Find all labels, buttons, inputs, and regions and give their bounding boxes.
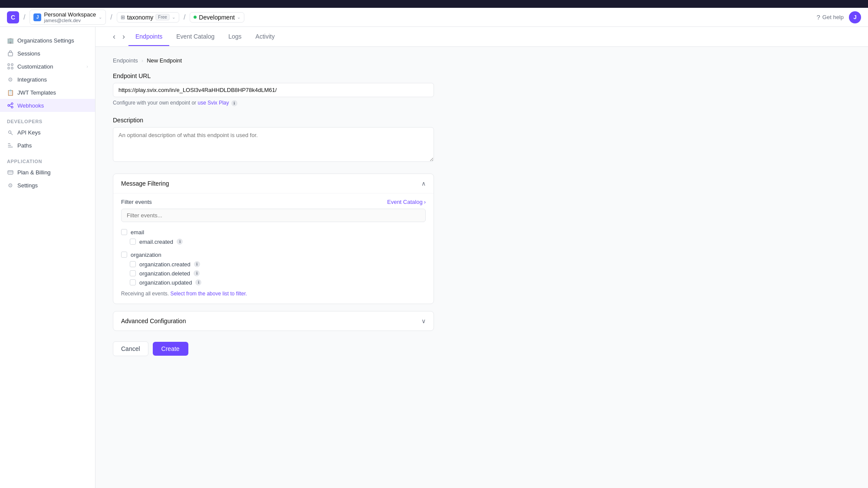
org-created-label: organization.created [139,261,191,268]
svix-play-info-icon[interactable]: ℹ [231,100,237,106]
sep1: / [23,13,25,21]
svg-point-5 [8,105,10,106]
user-avatar[interactable]: J [849,11,861,23]
sidebar-item-integrations[interactable]: ⚙ Integrations [0,73,95,86]
sidebar-label-org-settings: Organizations Settings [17,37,74,44]
top-bar-right: ? Get help J [817,11,861,23]
org-created-info-icon[interactable]: ℹ [194,261,200,267]
workspace-name: Personal Workspace [44,11,96,18]
top-bar-left: C / J Personal Workspace james@clerk.dev… [7,10,244,25]
svg-rect-2 [11,64,13,66]
org-updated-info-icon[interactable]: ℹ [195,279,201,285]
receiving-text: Receiving all events. Select from the ab… [121,291,426,297]
cancel-button[interactable]: Cancel [113,341,148,356]
sidebar-item-settings[interactable]: ⚙ Settings [0,179,95,192]
email-created-checkbox[interactable] [130,239,136,245]
filter-cta-text: Select from the above list to filter. [170,291,247,297]
tab-forward-button[interactable]: › [119,27,128,46]
breadcrumb: Endpoints › New Endpoint [113,57,434,64]
workspace-pill[interactable]: J Personal Workspace james@clerk.dev ⌄ [30,10,106,25]
sidebar-item-org-settings[interactable]: 🏢 Organizations Settings [0,34,95,47]
org-group-checkbox[interactable] [121,252,127,258]
sidebar-item-webhooks[interactable]: Webhooks [0,99,95,112]
sidebar-item-api-keys[interactable]: API Keys [0,126,95,139]
env-chevron-icon: ⌄ [237,15,240,20]
jwt-icon: 📋 [7,89,14,96]
tab-logs[interactable]: Logs [221,28,248,46]
event-group-email: email email.created ℹ [121,227,426,246]
breadcrumb-parent[interactable]: Endpoints [113,57,138,64]
tab-endpoints[interactable]: Endpoints [128,28,169,46]
sidebar-label-jwt: JWT Templates [17,89,56,96]
sidebar-item-paths[interactable]: Paths [0,139,95,152]
api-keys-icon [7,129,14,136]
email-group-checkbox[interactable] [121,229,127,235]
event-catalog-arrow-icon: › [424,199,426,205]
advanced-expand-icon: ∨ [421,318,426,324]
email-group-label: email [131,229,144,236]
action-buttons: Cancel Create [113,341,434,356]
org-updated-label: organization.updated [139,279,192,286]
taxonomy-name: taxonomy [127,14,154,21]
event-catalog-link[interactable]: Event Catalog › [387,199,426,205]
workspace-chevron-icon: ⌄ [99,15,102,20]
sidebar-item-customization[interactable]: Customization › [0,60,95,73]
svg-rect-12 [8,171,13,174]
sep2: / [110,13,112,21]
sidebar-item-jwt-templates[interactable]: 📋 JWT Templates [0,86,95,99]
tab-event-catalog[interactable]: Event Catalog [169,28,221,46]
helper-text: Configure with your own endpoint or use … [113,100,434,106]
advanced-configuration-title: Advanced Configuration [121,318,186,324]
svg-point-6 [11,103,13,105]
endpoint-url-section: Endpoint URL Configure with your own end… [113,72,434,106]
filter-events-header: Filter events Event Catalog › [121,193,426,209]
message-filtering-header[interactable]: Message Filtering ∧ [113,174,434,193]
event-item-org-updated: organization.updated ℹ [121,278,426,287]
tab-activity[interactable]: Activity [249,28,282,46]
sidebar-label-paths: Paths [17,142,32,149]
advanced-configuration-header[interactable]: Advanced Configuration ∨ [113,311,434,331]
free-badge: Free [155,14,170,20]
env-pill[interactable]: Development ⌄ [190,12,244,23]
org-settings-icon: 🏢 [7,37,14,44]
org-updated-checkbox[interactable] [130,279,136,285]
tab-back-button[interactable]: ‹ [109,27,119,46]
description-section: Description [113,117,434,163]
env-name: Development [199,14,235,21]
filter-events-input[interactable] [121,209,426,222]
env-dot [194,16,197,19]
top-bar: C / J Personal Workspace james@clerk.dev… [0,8,868,27]
clerk-logo: C [7,11,19,23]
help-circle-icon: ? [817,13,820,21]
org-deleted-info-icon[interactable]: ℹ [194,270,200,276]
event-group-email-row: email [121,227,426,237]
description-textarea[interactable] [113,127,434,162]
org-deleted-checkbox[interactable] [130,270,136,276]
create-button[interactable]: Create [153,342,188,356]
filter-cta-link[interactable]: Select from the above list to filter. [170,291,247,297]
svix-play-link[interactable]: use Svix Play [197,100,229,106]
tabs-bar: ‹ › Endpoints Event Catalog Logs Activit… [95,27,868,47]
event-item-org-created: organization.created ℹ [121,260,426,269]
billing-icon [7,169,14,176]
sidebar-item-sessions[interactable]: Sessions [0,47,95,60]
event-group-organization: organization organization.created ℹ orga… [121,250,426,287]
integrations-icon: ⚙ [7,76,14,83]
taxonomy-icon: ⊞ [121,14,125,20]
event-group-org-row: organization [121,250,426,260]
taxonomy-pill[interactable]: ⊞ taxonomy Free ⌄ [117,12,179,23]
sidebar-item-plan-billing[interactable]: Plan & Billing [0,166,95,179]
sidebar-label-sessions: Sessions [17,50,40,57]
endpoint-url-input[interactable] [113,83,434,97]
help-button[interactable]: ? Get help [817,13,844,21]
workspace-info: Personal Workspace james@clerk.dev [44,11,96,23]
endpoint-url-label: Endpoint URL [113,72,434,79]
workspace-icon: J [33,13,41,21]
message-filtering-body: Filter events Event Catalog › email [113,193,434,304]
sidebar-section-main: 🏢 Organizations Settings Sessions Custom… [0,34,95,112]
event-item-org-deleted: organization.deleted ℹ [121,269,426,278]
org-group-label: organization [131,252,161,258]
email-created-info-icon[interactable]: ℹ [177,239,183,245]
breadcrumb-current: New Endpoint [147,57,182,64]
org-created-checkbox[interactable] [130,261,136,267]
